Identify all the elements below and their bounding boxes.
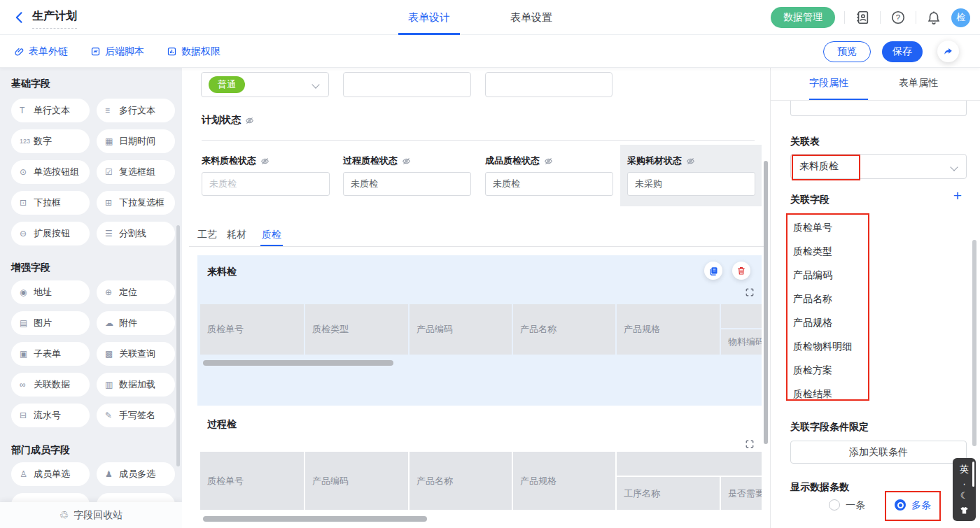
input-incoming-qc-status[interactable]: 未质检	[202, 172, 330, 196]
sidebar-item-member-single[interactable]: ♙成员单选	[11, 462, 90, 486]
canvas-tab-qc[interactable]: 质检	[262, 229, 281, 241]
sidebar-item-serial-number[interactable]: ⊟流水号	[11, 404, 90, 427]
sidebar-item-number[interactable]: 123数字	[11, 129, 90, 153]
data-permission-button[interactable]: 数据权限	[167, 45, 220, 58]
column-header[interactable]: 产品规格	[617, 304, 720, 355]
sidebar-item-image[interactable]: ▤图片	[11, 311, 90, 335]
sidebar-item-radio-group[interactable]: ⊙单选按钮组	[11, 160, 90, 184]
empty-input-2[interactable]	[485, 72, 612, 97]
horizontal-scrollbar[interactable]	[203, 516, 427, 522]
column-header[interactable]: 产品编码	[305, 452, 408, 510]
tab-form-settings[interactable]: 表单设置	[510, 0, 552, 35]
related-field-item[interactable]: 质检单号	[793, 222, 832, 234]
copy-icon[interactable]	[704, 262, 722, 280]
field-recycle-bin[interactable]: ♲ 字段回收站	[0, 502, 182, 528]
input-finished-qc-status[interactable]: 未质检	[485, 172, 613, 196]
column-header[interactable]: 质检单号	[200, 304, 304, 355]
related-field-item[interactable]: 质检方案	[793, 364, 832, 377]
page-title[interactable]: 生产计划	[32, 9, 77, 29]
horizontal-scrollbar[interactable]	[203, 360, 393, 366]
ime-toolbar[interactable]: 英 ， ☾	[953, 458, 976, 521]
plan-status-divider[interactable]: 计划状态	[202, 114, 254, 127]
related-field-item[interactable]: 质检结果	[793, 388, 832, 401]
sidebar-item-data-load[interactable]: ▥数据加载	[97, 373, 175, 397]
canvas-scrollbar[interactable]	[764, 161, 768, 444]
sidebar-item-subform[interactable]: ▣子表单	[11, 342, 90, 366]
tab-form-properties[interactable]: 表单属性	[899, 77, 938, 90]
preview-button[interactable]: 预览	[823, 41, 871, 62]
add-field-icon[interactable]: +	[953, 189, 962, 203]
radio-multiple-records[interactable]	[895, 499, 906, 511]
input-process-qc-status[interactable]: 未质检	[343, 172, 471, 196]
resize-handle-icon[interactable]	[745, 287, 755, 297]
column-header[interactable]: 是否需要	[721, 477, 762, 510]
add-condition-button[interactable]: 添加关联条件	[790, 441, 967, 464]
sidebar-scrollbar[interactable]	[176, 225, 180, 466]
sidebar-item-location[interactable]: ⊕定位	[97, 280, 175, 304]
column-header[interactable]: 产品编码	[410, 304, 512, 355]
field-label-finished-qc-status[interactable]: 成品质检状态	[485, 155, 553, 167]
related-field-item[interactable]: 质检物料明细	[793, 341, 852, 353]
save-button[interactable]: 保存	[882, 41, 923, 62]
sidebar-item-extend-button[interactable]: ⊖扩展按钮	[11, 222, 90, 245]
sidebar-item-related-data[interactable]: ∞关联数据	[11, 373, 90, 397]
data-manage-button[interactable]: 数据管理	[771, 7, 835, 28]
priority-select[interactable]: 普通	[201, 72, 329, 97]
partial-input[interactable]	[790, 101, 967, 116]
column-header[interactable]: 产品名称	[513, 304, 615, 355]
share-icon[interactable]	[937, 41, 959, 62]
sidebar-item-checkbox-group[interactable]: ☑复选框组	[97, 160, 175, 184]
member-single-icon: ♙	[20, 469, 34, 479]
column-header-group[interactable]	[617, 452, 762, 476]
avatar[interactable]: 检	[951, 8, 970, 27]
trash-icon[interactable]	[732, 262, 750, 280]
canvas-tab-process[interactable]: 工艺	[197, 229, 217, 241]
subform-process-inspection[interactable]: 过程检 质检单号 产品编码 产品名称 产品规格 工序名称 是否需要	[197, 414, 762, 528]
sidebar-item-datetime[interactable]: ▦日期时间	[97, 129, 175, 153]
column-header-group[interactable]	[721, 304, 762, 328]
related-field-item[interactable]: 产品规格	[793, 317, 832, 329]
sidebar-item-divider-line[interactable]: ☰分割线	[97, 222, 175, 245]
contacts-icon[interactable]	[854, 9, 871, 26]
help-icon[interactable]: ?	[890, 9, 906, 26]
field-label-process-qc-status[interactable]: 过程质检状态	[343, 155, 411, 167]
column-header[interactable]: 产品名称	[410, 452, 512, 510]
empty-input-1[interactable]	[343, 72, 471, 97]
divider	[844, 11, 845, 24]
radio-single-record[interactable]	[829, 499, 840, 511]
back-icon[interactable]	[13, 10, 27, 24]
sidebar-item-address[interactable]: ◉地址	[11, 280, 90, 304]
column-header[interactable]: 产品规格	[513, 452, 615, 510]
panel-scrollbar[interactable]	[972, 240, 976, 446]
backend-script-button[interactable]: 后端脚本	[90, 45, 144, 58]
column-header[interactable]: 质检类型	[305, 304, 408, 355]
sidebar-item-related-query[interactable]: ▩关联查询	[97, 342, 175, 366]
related-field-item[interactable]: 质检类型	[793, 245, 832, 258]
sidebar-item-multi-select[interactable]: ⊞下拉复选框	[97, 191, 175, 215]
related-field-item[interactable]: 产品名称	[793, 293, 832, 306]
divider	[202, 140, 755, 141]
sidebar-item-signature[interactable]: ✎手写签名	[97, 404, 175, 427]
input-purchase-material-status[interactable]: 未采购	[627, 172, 755, 196]
radio-label-single[interactable]: 一条	[846, 499, 865, 511]
column-header[interactable]: 质检单号	[200, 452, 304, 510]
tab-form-design[interactable]: 表单设计	[408, 0, 450, 35]
sidebar-item-single-line-text[interactable]: T单行文本	[11, 99, 90, 122]
related-field-item[interactable]: 产品编码	[793, 269, 832, 282]
tab-field-properties[interactable]: 字段属性	[809, 77, 848, 90]
canvas-tab-material[interactable]: 耗材	[227, 229, 246, 241]
field-label-incoming-qc-status[interactable]: 来料质检状态	[202, 155, 270, 167]
external-link-button[interactable]: 表单外链	[14, 45, 68, 58]
sidebar-item-multi-line-text[interactable]: ≡多行文本	[97, 99, 175, 122]
column-header[interactable]: 工序名称	[617, 477, 720, 510]
sidebar-item-member-multi[interactable]: ♟成员多选	[97, 462, 175, 486]
field-label-purchase-material-status[interactable]: 采购耗材状态	[627, 155, 695, 167]
column-header[interactable]: 物料编码	[721, 329, 762, 355]
sidebar-item-select[interactable]: ⊡下拉框	[11, 191, 90, 215]
related-table-select[interactable]: 来料质检	[790, 154, 967, 179]
bell-icon[interactable]	[925, 9, 942, 26]
radio-label-multiple[interactable]: 多条	[911, 499, 931, 511]
resize-handle-icon[interactable]	[745, 439, 755, 449]
sidebar-item-attachment[interactable]: ☁附件	[97, 311, 175, 335]
subform-incoming-inspection[interactable]: 来料检 质检单号 质检类型 产品编码 产品名称 产品规格 物料编码	[197, 255, 762, 406]
